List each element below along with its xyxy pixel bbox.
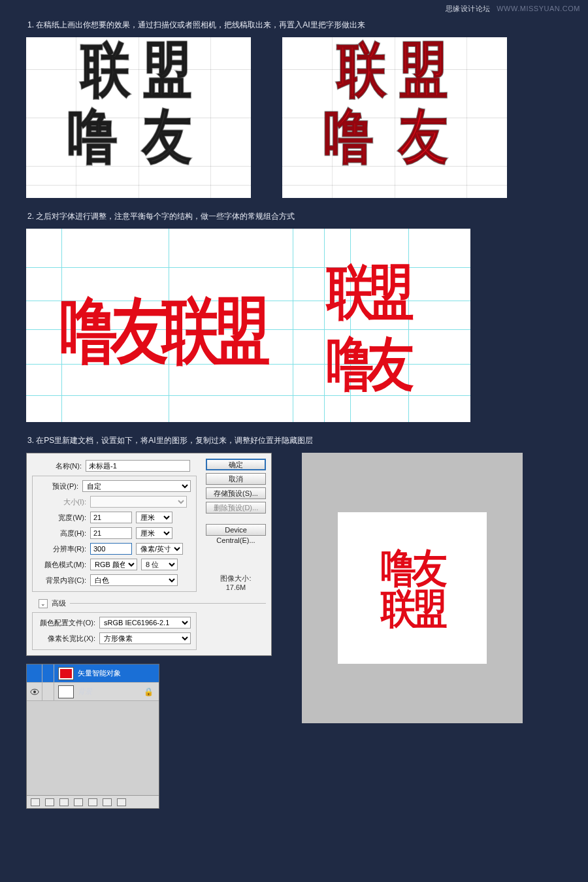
glyph-meng: 盟	[142, 40, 188, 99]
delete-preset-button[interactable]: 删除预设(D)...	[206, 502, 266, 514]
word-block-bot: 噜友	[327, 325, 408, 404]
newlayer-icon[interactable]	[103, 798, 112, 806]
save-preset-button[interactable]: 存储预设(S)...	[206, 487, 266, 499]
step2-text: 2. 之后对字体进行调整，注意平衡每个字的结构，做一些字体的常规组合方式	[27, 211, 562, 222]
mask-icon[interactable]	[59, 798, 69, 806]
width-field[interactable]	[90, 512, 132, 523]
word-horizontal: 噜友联盟	[60, 283, 264, 380]
layers-panel: 矢量智能对象 背景 🔒	[26, 664, 159, 809]
glyph-meng: 盟	[399, 40, 444, 99]
label-bg: 背景内容(C):	[37, 576, 90, 585]
eye-icon	[30, 689, 39, 695]
step-2: 2. 之后对字体进行调整，注意平衡每个字的结构，做一些字体的常规组合方式 噜友联…	[26, 211, 562, 422]
sketch-red: 联 盟 噜 友	[282, 37, 507, 198]
chevron-down-icon: ⌄	[39, 599, 48, 608]
dialog-buttons: 确定 取消 存储预设(S)... 删除预设(D)... Device Centr…	[206, 459, 266, 591]
ps-canvas: 噜友 联盟	[302, 453, 523, 723]
label-height: 高度(H):	[37, 529, 90, 538]
layers-footer	[27, 795, 159, 808]
sketch-black: 联 盟 噜 友	[26, 37, 251, 198]
word-block-top: 联盟	[327, 253, 408, 332]
profile-select[interactable]: sRGB IEC61966-2.1	[99, 617, 191, 629]
canvas-text-top: 噜友	[381, 547, 444, 588]
group-icon[interactable]	[88, 798, 97, 806]
device-central-button[interactable]: Device Central(E)...	[206, 524, 266, 536]
image-size-readout: 图像大小: 17.6M	[220, 574, 251, 591]
label-mode: 颜色模式(M):	[37, 560, 90, 570]
glyph-lu: 噜	[68, 106, 114, 166]
layer-name: 矢量智能对象	[78, 668, 121, 678]
adjust-icon[interactable]	[74, 798, 83, 806]
resolution-unit[interactable]: 像素/英寸	[136, 543, 183, 555]
glyph-lian: 联	[81, 40, 127, 99]
preset-select[interactable]: 自定	[82, 480, 191, 492]
ok-button[interactable]: 确定	[206, 459, 266, 470]
new-doc-dialog: 确定 取消 存储预设(S)... 删除预设(D)... Device Centr…	[26, 453, 272, 656]
layer-name: 背景	[78, 687, 92, 696]
canvas-text-bot: 联盟	[381, 588, 444, 629]
visibility-toggle[interactable]	[27, 683, 42, 700]
width-unit[interactable]: 厘米	[136, 512, 172, 523]
height-unit[interactable]: 厘米	[136, 527, 172, 539]
fx-icon[interactable]	[45, 798, 54, 806]
layer-row-smartobject[interactable]: 矢量智能对象	[27, 664, 159, 683]
advanced-toggle[interactable]: ⌄ 高级	[39, 598, 266, 608]
step3-text: 3. 在PS里新建文档，设置如下，将AI里的图形，复制过来，调整好位置并隐藏图层	[27, 435, 562, 446]
step-1: 1. 在稿纸上画出你想要的效果，通过扫描仪或者照相机，把线稿取出来，再置入AI里…	[26, 20, 562, 198]
label-width: 宽度(W):	[37, 513, 90, 523]
lock-icon: 🔒	[144, 687, 154, 696]
pixar-select[interactable]: 方形像素	[99, 632, 191, 644]
trash-icon[interactable]	[117, 798, 126, 806]
link-icon[interactable]	[31, 798, 40, 806]
layer-thumb-icon	[58, 685, 74, 698]
bg-select[interactable]: 白色	[90, 574, 178, 586]
svg-point-1	[33, 691, 36, 693]
watermark: 思缘设计论坛 WWW.MISSYUAN.COM	[446, 4, 580, 14]
height-field[interactable]	[90, 527, 132, 539]
label-pixar: 像素长宽比(X):	[37, 634, 99, 644]
label-profile: 颜色配置文件(O):	[37, 618, 99, 628]
name-field[interactable]	[86, 460, 190, 472]
step-3: 3. 在PS里新建文档，设置如下，将AI里的图形，复制过来，调整好位置并隐藏图层…	[26, 435, 562, 809]
label-preset: 预设(P):	[37, 482, 82, 491]
mode-select[interactable]: RGB 颜色	[90, 559, 137, 570]
glyph-lian: 联	[337, 40, 383, 99]
label-name: 名称(N):	[32, 461, 86, 471]
watermark-forum: 思缘设计论坛	[446, 5, 491, 12]
visibility-toggle[interactable]	[27, 664, 42, 682]
layer-row-bg[interactable]: 背景 🔒	[27, 683, 159, 701]
step1-text: 1. 在稿纸上画出你想要的效果，通过扫描仪或者照相机，把线稿取出来，再置入AI里…	[27, 20, 562, 31]
glyph-you: 友	[399, 106, 444, 166]
glyph-you: 友	[142, 106, 188, 166]
label-size: 大小(I):	[37, 497, 90, 507]
size-select	[90, 496, 187, 508]
ai-artboard: 噜友联盟 联盟 噜友	[26, 229, 470, 422]
glyph-lu: 噜	[324, 106, 370, 166]
resolution-field[interactable]	[90, 543, 132, 555]
watermark-url: WWW.MISSYUAN.COM	[497, 5, 580, 12]
cancel-button[interactable]: 取消	[206, 473, 266, 485]
bits-select[interactable]: 8 位	[141, 559, 178, 570]
ps-page: 噜友 联盟	[338, 512, 487, 664]
label-res: 分辨率(R):	[37, 544, 90, 554]
layer-thumb-icon	[58, 667, 74, 680]
